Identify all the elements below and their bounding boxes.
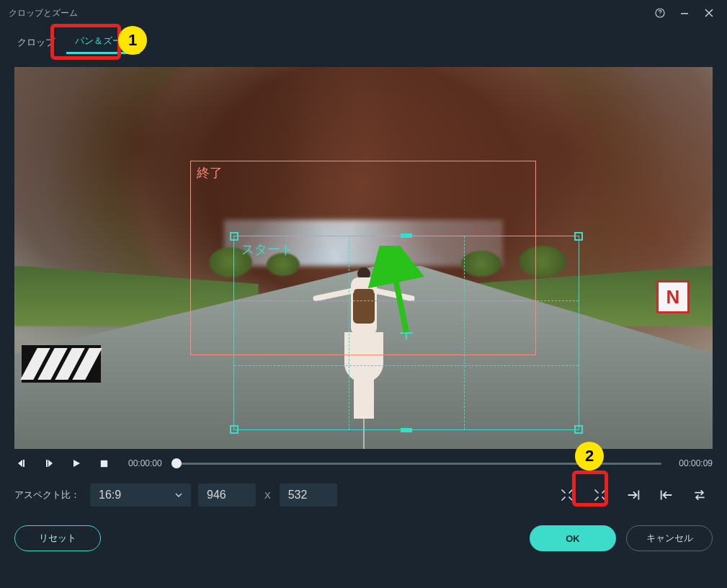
cancel-button[interactable]: キャンセル xyxy=(626,525,713,551)
width-field[interactable]: 946 xyxy=(198,484,256,507)
swap-preset-button[interactable] xyxy=(687,482,713,508)
help-icon[interactable] xyxy=(648,3,672,23)
annotation-callout-1: 1 xyxy=(118,26,147,55)
ok-button[interactable]: OK xyxy=(530,525,616,551)
svg-rect-2 xyxy=(681,13,688,14)
time-total: 00:00:09 xyxy=(679,458,713,468)
minimize-button[interactable] xyxy=(672,3,697,23)
chevron-down-icon xyxy=(175,491,182,499)
start-frame-label: スタート xyxy=(241,241,293,258)
x-separator: X xyxy=(263,490,272,501)
window-title: クロップとズーム xyxy=(6,7,78,19)
close-button[interactable] xyxy=(697,3,721,23)
svg-rect-4 xyxy=(23,460,24,467)
road-sign: N xyxy=(656,280,690,313)
time-current: 00:00:00 xyxy=(128,458,162,468)
preview-canvas[interactable]: N 終了 スタート xyxy=(14,67,713,449)
svg-rect-6 xyxy=(100,460,107,466)
annotation-callout-2: 2 xyxy=(575,442,604,471)
aspect-ratio-value: 16:9 xyxy=(99,489,121,502)
svg-rect-5 xyxy=(46,460,48,467)
svg-point-1 xyxy=(659,15,660,16)
timeline-thumb[interactable] xyxy=(171,458,182,468)
end-frame-label: 終了 xyxy=(197,164,223,182)
aspect-ratio-label: アスペクト比： xyxy=(14,489,80,502)
frame-forward-button[interactable] xyxy=(42,456,56,471)
annotation-highlight-2 xyxy=(572,471,608,507)
play-button[interactable] xyxy=(69,456,84,471)
frame-back-button[interactable] xyxy=(14,456,29,471)
annotation-highlight-1 xyxy=(50,24,121,60)
pan-right-preset-button[interactable] xyxy=(620,482,646,508)
height-field[interactable]: 532 xyxy=(280,484,337,507)
aspect-ratio-select[interactable]: 16:9 xyxy=(90,484,191,507)
start-frame-rect[interactable]: スタート xyxy=(233,236,579,430)
chevron-sign xyxy=(22,345,101,383)
reset-button[interactable]: リセット xyxy=(14,525,101,551)
stop-button[interactable] xyxy=(97,456,111,471)
pan-left-preset-button[interactable] xyxy=(654,482,679,508)
